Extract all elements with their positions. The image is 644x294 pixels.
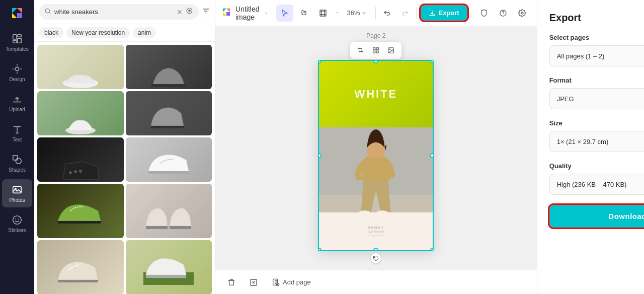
selection-handle-mr[interactable] <box>430 153 434 158</box>
photo-grid <box>34 42 215 294</box>
export-panel-title: Export <box>549 12 644 24</box>
help-button[interactable] <box>495 5 512 22</box>
photo-item[interactable] <box>126 91 212 135</box>
sidebar-item-shapes[interactable]: Shapes <box>2 149 32 177</box>
trash-button[interactable] <box>223 275 239 289</box>
sidebar: Templates Design Upload Text Shapes <box>0 0 34 294</box>
filter-button[interactable] <box>202 7 210 17</box>
size-dropdown[interactable]: 1× (21 × 29.7 cm) <box>549 131 644 152</box>
canvas-image-area <box>319 127 433 212</box>
export-panel: Export Select pages All pages (1 – 2) Fo… <box>537 0 644 294</box>
mini-replace-button[interactable] <box>384 44 397 57</box>
toolbar-divider-2 <box>416 7 417 19</box>
photo-item[interactable] <box>37 91 124 135</box>
photos-panel: ✕ black New year resolution anim <box>34 0 215 294</box>
svg-point-19 <box>74 170 77 173</box>
svg-point-18 <box>69 171 72 174</box>
undo-button[interactable] <box>380 6 395 21</box>
sidebar-item-text[interactable]: Text <box>2 119 32 147</box>
select-pages-field: Select pages All pages (1 – 2) <box>549 34 644 66</box>
frame-tool-button[interactable] <box>314 5 332 22</box>
add-page-button[interactable]: Add page <box>268 275 315 289</box>
selection-handle-tr[interactable] <box>430 60 434 63</box>
format-dropdown[interactable]: JPEG <box>549 88 644 109</box>
sidebar-item-templates[interactable]: Templates <box>2 28 32 56</box>
sidebar-item-upload[interactable]: Upload <box>2 89 32 117</box>
svg-rect-21 <box>151 84 186 87</box>
select-pages-dropdown[interactable]: All pages (1 – 2) <box>549 45 644 66</box>
photo-item[interactable] <box>37 137 124 182</box>
svg-rect-23 <box>320 10 326 16</box>
search-bar: ✕ <box>34 0 215 24</box>
page-label: Page 2 <box>366 32 385 39</box>
svg-point-4 <box>15 67 19 70</box>
svg-rect-7 <box>13 155 18 160</box>
main-canvas-area: Untitled image <box>215 0 537 294</box>
size-field: Size 1× (21 × 29.7 cm) <box>549 119 644 152</box>
photo-item[interactable] <box>126 184 212 238</box>
bottom-bar: Add page <box>215 270 537 294</box>
chip-black[interactable]: black <box>39 27 63 38</box>
sidebar-item-photos[interactable]: Photos <box>2 179 32 207</box>
quality-label: Quality <box>549 162 644 170</box>
frame-tool-dropdown-icon <box>335 10 340 17</box>
search-input-wrap[interactable]: ✕ <box>39 4 199 20</box>
photo-item[interactable] <box>37 45 124 89</box>
download-button[interactable]: Download <box>549 205 644 228</box>
search-input[interactable] <box>54 8 174 16</box>
svg-rect-0 <box>13 34 17 39</box>
size-label: Size <box>549 119 644 127</box>
canvas-container: WHITE <box>318 60 434 251</box>
quality-dropdown[interactable]: High (236 KB – 470 KB) <box>549 174 644 195</box>
clear-search-button[interactable]: ✕ <box>177 9 183 16</box>
logo-button[interactable] <box>8 4 26 22</box>
svg-point-10 <box>13 215 22 224</box>
zoom-button[interactable]: 36% <box>343 7 371 19</box>
mini-toolbar <box>350 42 401 59</box>
svg-rect-27 <box>376 48 378 50</box>
svg-point-31 <box>389 49 390 50</box>
sidebar-item-design[interactable]: Design <box>2 58 32 87</box>
svg-rect-3 <box>13 40 17 43</box>
photo-item[interactable] <box>126 240 212 294</box>
topbar-tools: 36% Export <box>276 5 467 22</box>
photo-item[interactable] <box>37 240 124 294</box>
shield-icon-button[interactable] <box>475 5 493 22</box>
svg-rect-2 <box>18 38 21 43</box>
canvas-area: Page 2 <box>215 26 537 270</box>
toolbar-divider <box>375 7 376 19</box>
search-icon <box>44 8 51 17</box>
rotate-handle[interactable] <box>371 253 381 263</box>
export-button[interactable]: Export <box>421 5 467 21</box>
selection-handle-br[interactable] <box>430 248 434 251</box>
svg-rect-33 <box>319 194 433 212</box>
canvas-header-area: WHITE <box>319 61 433 127</box>
svg-rect-8 <box>13 186 22 193</box>
redo-button[interactable] <box>397 6 412 21</box>
delete-button[interactable] <box>246 275 262 289</box>
chip-anim[interactable]: anim <box>133 27 156 38</box>
select-tool-button[interactable] <box>276 5 293 22</box>
svg-rect-1 <box>18 34 21 37</box>
settings-button[interactable] <box>514 5 531 22</box>
svg-point-25 <box>521 12 523 14</box>
mini-grid-button[interactable] <box>369 44 382 57</box>
sidebar-item-stickers[interactable]: Stickers <box>2 209 32 238</box>
selection-handle-bc[interactable] <box>373 248 378 251</box>
mini-crop-button[interactable] <box>354 44 367 57</box>
chip-newyear[interactable]: New year resolution <box>66 27 130 38</box>
canvas-text: WHITE <box>354 88 397 101</box>
quality-field: Quality High (236 KB – 470 KB) <box>549 162 644 195</box>
pan-tool-button[interactable] <box>295 5 312 22</box>
canvas-page: WHITE <box>318 60 434 251</box>
svg-rect-28 <box>373 51 375 53</box>
filter-chips: black New year resolution anim <box>34 24 215 42</box>
photo-item[interactable] <box>37 184 124 238</box>
photo-item[interactable] <box>126 137 212 182</box>
format-label: Format <box>549 77 644 84</box>
svg-rect-26 <box>373 48 375 50</box>
lens-search-button[interactable] <box>186 7 194 17</box>
document-title[interactable]: Untitled image <box>235 5 268 21</box>
photo-item[interactable] <box>126 45 212 89</box>
select-pages-label: Select pages <box>549 34 644 41</box>
